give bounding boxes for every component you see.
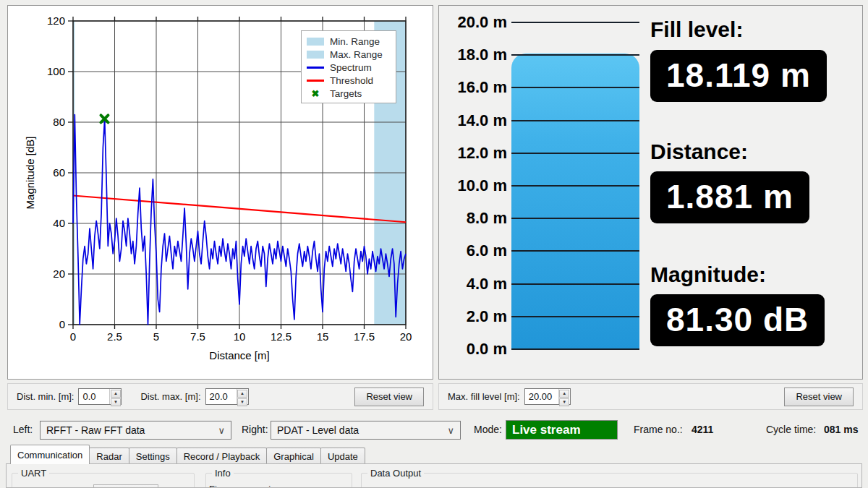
band-swatch-icon: [307, 51, 324, 59]
chart-control-bar: Dist. min. [m]: 0.0 ▲▼ Dist. max. [m]: 2…: [7, 383, 433, 410]
svg-text:12.5: 12.5: [271, 330, 292, 343]
gauge-tick-line: [511, 316, 639, 317]
dist-max-label: Dist. max. [m]:: [140, 391, 200, 402]
svg-text:100: 100: [47, 65, 65, 77]
tab-radar[interactable]: Radar: [89, 448, 129, 464]
gauge-tick-label: 12.0 m: [443, 144, 507, 163]
chart-reset-view-button[interactable]: Reset view: [354, 388, 424, 406]
svg-text:20: 20: [400, 330, 412, 343]
uart-partial-control[interactable]: [93, 484, 158, 488]
gauge-tick-line: [511, 283, 639, 285]
max-fill-arrows[interactable]: ▲▼: [558, 389, 570, 404]
svg-text:2.5: 2.5: [107, 330, 122, 343]
left-data-combobox[interactable]: RFFT - Raw FFT data ∨: [40, 421, 231, 440]
right-combo-value: PDAT - Level data: [277, 424, 443, 436]
gauge-tick-label: 18.0 m: [443, 46, 507, 64]
tab-communication[interactable]: Communication: [10, 445, 90, 464]
dist-min-value[interactable]: 0.0: [79, 389, 109, 404]
legend-item-spectrum: Spectrum: [307, 61, 391, 74]
chart-legend: Min. RangeMax. RangeSpectrumThreshold✖Ta…: [301, 30, 396, 103]
gauge-tick-line: [511, 218, 639, 219]
svg-text:40: 40: [53, 217, 65, 229]
max-fill-label: Max. fill level [m]:: [448, 391, 520, 402]
uart-group-label: UART: [18, 468, 49, 479]
line-swatch-icon: [307, 67, 324, 69]
mode-status-badge: Live stream: [506, 420, 618, 440]
gauge-tick-line: [511, 120, 639, 121]
magnitude-label: Magnitude:: [650, 262, 766, 287]
fill-level-label: Fill level:: [650, 17, 743, 42]
down-arrow-icon[interactable]: ▼: [111, 398, 121, 406]
gauge-tick-label: 2.0 m: [443, 307, 507, 326]
fill-level-value: 18.119 m: [650, 50, 827, 102]
max-fill-stepper[interactable]: 20.00 ▲▼: [524, 388, 571, 405]
marker-swatch-icon: ✖: [307, 89, 324, 98]
svg-text:5: 5: [153, 330, 159, 343]
down-arrow-icon[interactable]: ▼: [237, 398, 247, 406]
left-combo-value: RFFT - Raw FFT data: [46, 424, 213, 436]
legend-item-targets: ✖Targets: [307, 87, 391, 100]
gauge-tick-line: [511, 22, 639, 23]
legend-label: Min. Range: [330, 36, 380, 47]
mode-label: Mode:: [474, 424, 502, 435]
svg-text:15: 15: [317, 330, 329, 343]
info-group-label: Info: [212, 468, 234, 479]
cycle-time-label: Cycle time:: [766, 424, 816, 435]
dist-min-arrows[interactable]: ▲▼: [109, 389, 121, 404]
dist-min-stepper[interactable]: 0.0 ▲▼: [78, 388, 122, 405]
gauge-tick-line: [511, 153, 639, 154]
tab-content-communication: UART Info Data Output Firmware version: [6, 463, 862, 488]
svg-text:60: 60: [53, 166, 65, 179]
right-combo-label: Right:: [242, 424, 268, 435]
up-arrow-icon[interactable]: ▲: [237, 390, 247, 398]
gauge-tick-line: [511, 348, 639, 350]
svg-text:120: 120: [47, 14, 65, 27]
gauge-tick-label: 20.0 m: [443, 13, 507, 32]
gauge-tick-label: 16.0 m: [443, 78, 507, 97]
svg-text:7.5: 7.5: [190, 330, 205, 343]
gauge-tick-label: 10.0 m: [443, 176, 507, 195]
chevron-down-icon: ∨: [218, 425, 225, 436]
magnitude-value: 81.30 dB: [650, 294, 825, 346]
down-arrow-icon[interactable]: ▼: [559, 398, 569, 406]
up-arrow-icon[interactable]: ▲: [111, 390, 121, 398]
gauge-tick-line: [511, 54, 639, 56]
data-output-group-label: Data Output: [367, 468, 424, 479]
svg-text:20: 20: [53, 267, 65, 280]
distance-label: Distance:: [650, 140, 748, 164]
frame-no-value: 4211: [692, 424, 713, 435]
tab-record-playback[interactable]: Record / Playback: [176, 448, 268, 464]
gauge-reset-view-button[interactable]: Reset view: [784, 388, 854, 406]
legend-item-threshold: Threshold: [307, 74, 391, 87]
legend-item-min-range: Min. Range: [307, 35, 391, 48]
gauge-tick-label: 0.0 m: [443, 340, 507, 359]
cycle-time-value: 081 ms: [824, 424, 858, 435]
tab-graphical[interactable]: Graphical: [266, 448, 321, 464]
dist-max-stepper[interactable]: 20.0 ▲▼: [205, 388, 249, 405]
firmware-version-label: Firmware version: [209, 484, 281, 488]
gauge-tick-label: 8.0 m: [443, 209, 507, 228]
tab-update[interactable]: Update: [320, 448, 365, 464]
band-swatch-icon: [307, 38, 324, 46]
tab-settings[interactable]: Settings: [129, 448, 177, 464]
data-output-groupbox: Data Output: [361, 473, 858, 488]
legend-label: Max. Range: [330, 49, 383, 60]
gauge-tick-label: 6.0 m: [443, 241, 507, 260]
up-arrow-icon[interactable]: ▲: [559, 390, 569, 398]
svg-text:10: 10: [234, 330, 246, 343]
max-fill-value[interactable]: 20.00: [525, 389, 558, 404]
svg-text:Distance [m]: Distance [m]: [209, 349, 269, 361]
left-combo-label: Left:: [13, 424, 33, 435]
frame-no-label: Frame no.:: [634, 424, 683, 435]
gauge-tick-line: [511, 87, 639, 88]
tank-fill: [511, 53, 639, 349]
gauge-control-bar: Max. fill level [m]: 20.00 ▲▼ Reset view: [438, 383, 863, 410]
right-data-combobox[interactable]: PDAT - Level data ∨: [271, 421, 461, 440]
fill-level-gauge-panel: 20.0 m18.0 m16.0 m14.0 m12.0 m10.0 m8.0 …: [438, 5, 863, 380]
dist-max-arrows[interactable]: ▲▼: [237, 389, 248, 404]
svg-text:0: 0: [59, 318, 65, 330]
legend-label: Threshold: [330, 75, 373, 86]
distance-value: 1.881 m: [650, 171, 809, 223]
dist-max-value[interactable]: 20.0: [206, 389, 237, 404]
svg-text:0: 0: [70, 330, 76, 343]
